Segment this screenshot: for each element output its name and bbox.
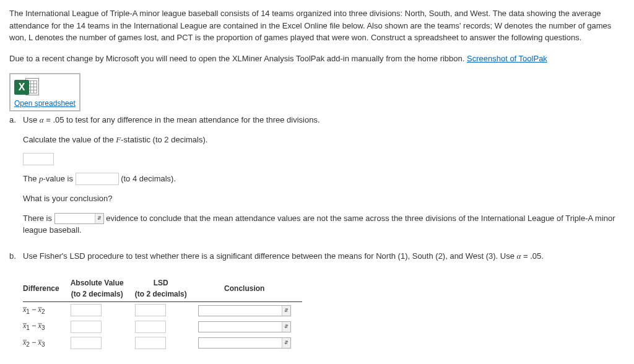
conclusion-row: There is ⇵ evidence to conclude that the… (23, 212, 625, 236)
table-row: x2 − x3⇵ (23, 335, 302, 351)
qb-pre: Use Fisher's LSD procedure to test wheth… (23, 251, 517, 261)
conc-post: evidence to conclude that the mean atten… (23, 214, 615, 235)
diff-cell: x1 − x3 (23, 318, 71, 334)
q-a-l1-eq: = .05 (44, 115, 64, 124)
question-b: b. Use Fisher's LSD procedure to test wh… (9, 250, 625, 270)
conc-pre: There is (23, 214, 54, 223)
q-a-line2: Calculate the value of the F-statistic (… (23, 134, 625, 146)
pval-mid: -value is (43, 174, 76, 183)
abs-value-input[interactable] (71, 337, 102, 349)
abs-value-input[interactable] (71, 321, 102, 333)
conclusion-select[interactable]: ⇵ (198, 337, 291, 349)
p-value-row: The p-value is (to 4 decimals). (23, 173, 625, 185)
lsd-value-input[interactable] (135, 304, 166, 316)
q-a-label: a. (9, 114, 23, 244)
q-b-text: Use Fisher's LSD procedure to test wheth… (23, 250, 625, 262)
q-a-l1-post: to test for any difference in the mean a… (64, 115, 319, 124)
evidence-select[interactable]: ⇵ (54, 213, 104, 224)
conclusion-select[interactable]: ⇵ (198, 305, 291, 316)
qb-eq: = .05. (521, 251, 544, 261)
excel-icon[interactable]: X (14, 78, 40, 98)
table-header-row: Difference Absolute Value(to 2 decimals)… (23, 275, 302, 302)
q-b-label: b. (9, 250, 23, 270)
pval-pre: The (23, 174, 39, 183)
chevron-updown-icon: ⇵ (282, 306, 290, 316)
f-statistic-input[interactable] (23, 153, 54, 165)
th-conclusion: Conclusion (198, 275, 302, 302)
chevron-updown-icon: ⇵ (282, 322, 290, 332)
question-a: a. Use α = .05 to test for any differenc… (9, 114, 625, 244)
lsd-value-input[interactable] (135, 321, 166, 333)
excel-container: X Open spreadsheet (9, 73, 80, 111)
q-a-line1: Use α = .05 to test for any difference i… (23, 114, 625, 126)
th-absolute: Absolute Value(to 2 decimals) (71, 275, 135, 302)
q-a-l2-post: -statistic (to 2 decimals). (121, 135, 207, 144)
diff-cell: x2 − x3 (23, 335, 71, 351)
lsd-value-input[interactable] (135, 337, 166, 349)
lsd-table-wrap: Difference Absolute Value(to 2 decimals)… (9, 275, 625, 351)
conclusion-question: What is your conclusion? (23, 193, 625, 205)
open-spreadsheet-link[interactable]: Open spreadsheet (14, 98, 76, 109)
alpha-var: α (40, 115, 44, 124)
pval-post: (to 4 decimals). (121, 174, 176, 183)
p-value-input[interactable] (76, 173, 119, 185)
lsd-table: Difference Absolute Value(to 2 decimals)… (23, 275, 302, 351)
q-a-l1-pre: Use (23, 115, 40, 124)
table-row: x1 − x3⇵ (23, 318, 302, 334)
intro-paragraph-1: The International League of Triple-A min… (9, 7, 625, 44)
table-row: x1 − x2⇵ (23, 302, 302, 319)
diff-cell: x1 − x2 (23, 302, 71, 319)
abs-value-input[interactable] (71, 304, 102, 316)
th-difference: Difference (23, 275, 71, 302)
th-lsd: LSD(to 2 decimals) (135, 275, 198, 302)
chevron-updown-icon: ⇵ (282, 338, 290, 348)
intro-paragraph-2: Due to a recent change by Microsoft you … (9, 53, 625, 65)
f-stat-input-row (23, 153, 625, 165)
q-a-l2-pre: Calculate the value of the (23, 135, 116, 144)
chevron-updown-icon: ⇵ (95, 214, 103, 223)
conclusion-select[interactable]: ⇵ (198, 321, 291, 332)
excel-x-badge: X (14, 80, 29, 95)
toolpak-screenshot-link[interactable]: Screenshot of ToolPak (467, 54, 547, 63)
intro-p2-text: Due to a recent change by Microsoft you … (9, 54, 467, 63)
